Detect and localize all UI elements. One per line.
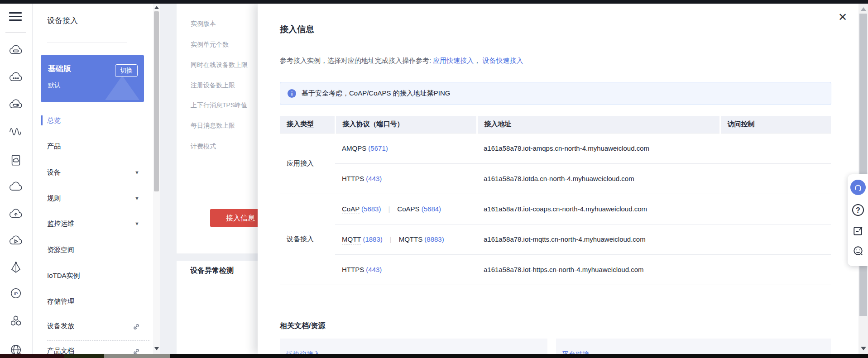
cloud-icon[interactable] — [7, 178, 25, 196]
protocol-name: HTTPS — [342, 266, 364, 273]
spec-label: 注册设备数上限 — [191, 81, 235, 90]
sidebar-item-device-provisioning[interactable]: 设备发放 — [33, 319, 153, 333]
sidebar-item-overview[interactable]: 总览 — [33, 114, 153, 127]
access-type-cell: 设备接入 — [280, 194, 335, 285]
table-header-row: 接入类型 接入协议（端口号） 接入地址 访问控制 — [280, 116, 831, 133]
access-info-button[interactable]: 接入信息 — [210, 209, 258, 227]
description-text: 参考接入实例，选择对应的地址完成接入操作参考: — [280, 57, 433, 64]
protocol-name: MQTTS — [399, 235, 423, 243]
port-link[interactable]: (5671) — [368, 144, 388, 152]
sidebar-item-rules[interactable]: 规则▼ — [33, 191, 153, 205]
port-link[interactable]: (5684) — [422, 205, 441, 213]
drawer-description: 参考接入实例，选择对应的地址完成接入操作参考: 应用快速接入， 设备快速接入 — [280, 57, 523, 65]
spec-label: 计费模式 — [191, 143, 216, 151]
feedback-form-icon[interactable] — [850, 223, 866, 239]
port-link[interactable]: (8883) — [424, 235, 444, 243]
scroll-down-arrow[interactable] — [861, 347, 866, 350]
info-icon: i — [288, 89, 296, 98]
info-banner: i 基于安全考虑，CoAP/CoAPS 的接入地址禁PING — [280, 82, 831, 105]
access-control-cell — [720, 163, 831, 194]
close-icon[interactable]: ✕ — [835, 10, 850, 24]
table-row: HTTPS (443) a161a58a78.iotda.cn-north-4.… — [280, 163, 831, 194]
ip-address-icon[interactable]: IP — [7, 284, 25, 302]
chevron-down-icon: ▼ — [134, 191, 139, 205]
drawer-title: 接入信息 — [280, 24, 314, 35]
satisfaction-survey-icon[interactable] — [850, 243, 866, 258]
protocol-name: HTTPS — [342, 175, 364, 182]
instance-edition-card[interactable]: 基础版 切换 默认 — [41, 55, 144, 102]
protocol-name[interactable]: CoAP — [342, 205, 360, 214]
col-header-protocol: 接入协议（端口号） — [335, 116, 477, 133]
port-link[interactable]: (443) — [366, 175, 382, 182]
title-divider — [47, 43, 127, 43]
cloud-more-icon[interactable] — [7, 68, 25, 86]
cloud-console-icon[interactable] — [7, 41, 25, 59]
table-row: HTTPS (443) a161a58a78.iot-https.cn-nort… — [280, 254, 831, 285]
service-sidebar: 设备接入 基础版 切换 默认 总览 产品 设备▼ 规则▼ 监控运维▼ 资源空间 … — [33, 4, 153, 354]
link-separator: ， — [474, 57, 480, 64]
device-cloud-icon[interactable] — [7, 151, 25, 169]
spec-label: 每日消息数上限 — [191, 122, 235, 130]
wallpaper-segment — [64, 354, 104, 358]
spec-label: 实例版本 — [191, 20, 216, 28]
browser-top-strip — [0, 0, 868, 4]
scroll-down-arrow[interactable] — [154, 347, 159, 350]
svg-text:IP: IP — [14, 291, 18, 296]
content-scrollbar[interactable] — [153, 4, 160, 354]
sidebar-item-iotda-instances[interactable]: IoTDA实例 — [33, 269, 153, 282]
anomaly-card-title: 设备异常检测 — [190, 266, 234, 276]
doc-card-generic-protocol[interactable]: 泛协议接入 — [280, 339, 547, 354]
access-control-cell — [720, 254, 831, 285]
desktop-bottom-strip — [0, 354, 868, 358]
access-info-drawer: ✕ 接入信息 参考接入实例，选择对应的地址完成接入操作参考: 应用快速接入， 设… — [258, 4, 858, 354]
scroll-up-arrow[interactable] — [154, 6, 159, 9]
protocol-cell: HTTPS (443) — [335, 254, 477, 285]
card-pattern — [105, 76, 139, 100]
sidebar-item-monitoring[interactable]: 监控运维▼ — [33, 217, 153, 230]
sidebar-item-resource-spaces[interactable]: 资源空间 — [33, 243, 153, 257]
device-anomaly-card: 设备异常检测 — [177, 261, 258, 354]
sidebar-item-devices[interactable]: 设备▼ — [33, 166, 153, 179]
menu-hamburger-icon[interactable] — [9, 10, 24, 24]
table-row: 应用接入 AMQPS (5671) a161a58a78.iot-amqps.c… — [280, 133, 831, 163]
address-cell: a161a58a78.iotda.cn-north-4.myhuaweiclou… — [477, 163, 720, 194]
switch-edition-button[interactable]: 切换 — [115, 64, 138, 77]
col-header-access-type: 接入类型 — [280, 116, 335, 133]
chevron-down-icon: ▼ — [134, 166, 139, 179]
floating-toolbar: ? — [848, 174, 868, 266]
overview-page: 实例版本 实例单元个数 同时在线设备数上限 注册设备数上限 上下行消息TPS峰值… — [160, 4, 258, 354]
port-link[interactable]: (5683) — [361, 205, 381, 213]
protocol-cell: CoAP (5683)|CoAPS (5684) — [335, 194, 477, 224]
quick-access-device-link[interactable]: 设备快速接入 — [483, 57, 523, 64]
quick-access-app-link[interactable]: 应用快速接入 — [433, 57, 474, 64]
protocol-name[interactable]: MQTT — [342, 235, 361, 244]
port-link[interactable]: (1883) — [363, 235, 382, 243]
instance-info-card: 实例版本 实例单元个数 同时在线设备数上限 注册设备数上限 上下行消息TPS峰值… — [177, 4, 258, 253]
waveform-icon[interactable] — [7, 123, 25, 141]
cloud-server-icon[interactable] — [7, 95, 25, 114]
scrollbar-thumb[interactable] — [859, 14, 867, 316]
generic-protocol-link[interactable]: 泛协议接入 — [286, 350, 320, 354]
help-icon[interactable]: ? — [850, 202, 866, 218]
service-title: 设备接入 — [47, 15, 78, 26]
cloud-upload-icon[interactable] — [7, 205, 25, 223]
spec-label: 实例单元个数 — [191, 41, 229, 49]
cloud-play-icon[interactable] — [7, 232, 25, 250]
access-control-cell — [720, 224, 831, 254]
platform-integration-link[interactable]: 平台对接 — [562, 350, 589, 354]
scrollbar-thumb[interactable] — [154, 11, 159, 191]
address-cell: a161a58a78.iot-mqtts.cn-north-4.myhuawei… — [477, 224, 720, 254]
port-link[interactable]: (443) — [366, 266, 382, 273]
hexagon-cluster-icon[interactable] — [7, 312, 25, 330]
sidebar-item-products[interactable]: 产品 — [33, 139, 153, 153]
wallpaper-segment — [0, 354, 64, 358]
sidebar-item-storage[interactable]: 存储管理 — [33, 295, 153, 308]
support-headset-icon[interactable] — [850, 180, 866, 195]
chevron-down-icon: ▼ — [134, 217, 139, 230]
scroll-up-arrow[interactable] — [861, 7, 866, 11]
wallpaper-segment — [170, 354, 868, 358]
edition-name: 基础版 — [48, 63, 71, 74]
doc-card-platform-integration[interactable]: 平台对接 — [556, 339, 831, 354]
prism-icon[interactable] — [7, 258, 25, 277]
table-row: MQTT (1883)|MQTTS (8883) a161a58a78.iot-… — [280, 224, 831, 254]
